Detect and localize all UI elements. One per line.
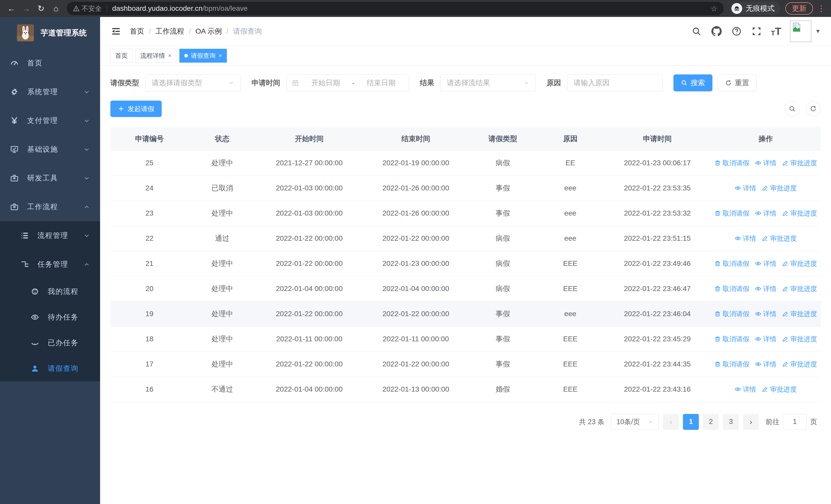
progress-action-link[interactable]: 审批进度 bbox=[782, 209, 817, 218]
sidebar-collapse-icon[interactable] bbox=[110, 26, 122, 37]
search-button[interactable]: 搜索 bbox=[674, 75, 712, 91]
result-label: 结果 bbox=[420, 78, 434, 88]
detail-action-link[interactable]: 详情 bbox=[755, 284, 776, 293]
search-icon[interactable] bbox=[691, 26, 702, 37]
prev-page-button[interactable]: ‹ bbox=[663, 414, 679, 430]
create-leave-button[interactable]: 发起请假 bbox=[110, 100, 162, 117]
cancel-action-link[interactable]: 取消请假 bbox=[714, 259, 749, 268]
tab-0[interactable]: 首页 bbox=[110, 49, 133, 63]
sidebar-item-0[interactable]: 首页 bbox=[0, 49, 100, 78]
reset-button[interactable]: 重置 bbox=[718, 75, 756, 91]
sidebar-item-11[interactable]: 请假查询 bbox=[0, 356, 100, 381]
pen-icon bbox=[782, 310, 789, 317]
chevron-up-icon bbox=[83, 203, 90, 210]
cancel-action-link[interactable]: 取消请假 bbox=[714, 309, 749, 319]
detail-action-link[interactable]: 详情 bbox=[755, 309, 776, 319]
action-label: 审批进度 bbox=[770, 234, 797, 243]
detail-action-link[interactable]: 详情 bbox=[755, 158, 776, 168]
sidebar-logo-row[interactable]: 芋道管理系统 bbox=[0, 17, 100, 49]
sidebar-item-10[interactable]: 已办任务 bbox=[0, 330, 100, 356]
progress-action-link[interactable]: 审批进度 bbox=[782, 309, 817, 319]
breadcrumb-item-0[interactable]: 首页 bbox=[130, 26, 144, 36]
reason-input[interactable]: 请输入原因 bbox=[567, 75, 663, 91]
goto-page-input[interactable]: 1 bbox=[783, 414, 807, 430]
detail-action-link[interactable]: 详情 bbox=[755, 209, 776, 218]
bookmark-star-icon[interactable]: ☆ bbox=[711, 4, 718, 13]
cell-reason: EEE bbox=[537, 377, 604, 402]
page-button-1[interactable]: 1 bbox=[683, 414, 699, 430]
browser-update-button[interactable]: 更新 bbox=[785, 2, 813, 14]
cell-reason: EEE bbox=[537, 326, 604, 352]
sidebar-item-5[interactable]: 工作流程 bbox=[0, 192, 100, 221]
tab-2[interactable]: 请假查询× bbox=[179, 49, 227, 63]
sidebar-item-6[interactable]: 流程管理 bbox=[0, 221, 100, 250]
cancel-action-link[interactable]: 取消请假 bbox=[714, 209, 749, 218]
tab-close-icon[interactable]: × bbox=[219, 52, 222, 59]
browser-forward-button[interactable]: → bbox=[20, 2, 33, 15]
github-icon[interactable] bbox=[711, 26, 722, 37]
page-button-3[interactable]: 3 bbox=[723, 414, 739, 430]
sidebar-item-2[interactable]: 支付管理 bbox=[0, 106, 100, 135]
tab-1[interactable]: 流程详情× bbox=[136, 49, 176, 63]
chevron-down-icon bbox=[228, 80, 234, 86]
cell-actions: 取消请假详情审批进度 bbox=[711, 201, 821, 226]
result-select[interactable]: 请选择流结果 bbox=[440, 75, 536, 91]
breadcrumb-item-2[interactable]: OA 示例 bbox=[196, 26, 222, 36]
help-icon[interactable] bbox=[731, 26, 742, 37]
font-size-icon[interactable]: TT bbox=[771, 26, 781, 36]
cell-actions: 详情审批进度 bbox=[711, 176, 821, 201]
progress-action-link[interactable]: 审批进度 bbox=[762, 184, 797, 193]
detail-action-link[interactable]: 详情 bbox=[735, 184, 756, 193]
trash-icon bbox=[714, 260, 721, 267]
breadcrumb-item-1[interactable]: 工作流程 bbox=[155, 26, 184, 36]
column-header-4: 请假类型 bbox=[469, 127, 537, 150]
progress-action-link[interactable]: 审批进度 bbox=[782, 158, 817, 168]
browser-back-button[interactable]: ← bbox=[5, 2, 18, 15]
cell-actions: 取消请假详情审批进度 bbox=[711, 352, 821, 377]
cancel-action-link[interactable]: 取消请假 bbox=[714, 158, 749, 168]
next-page-button[interactable]: › bbox=[743, 414, 759, 430]
date-end-input[interactable]: 结束日期 bbox=[359, 78, 404, 88]
cell-apply: 2022-01-22 23:49:46 bbox=[604, 251, 711, 276]
browser-reload-button[interactable]: ↻ bbox=[34, 2, 48, 15]
address-bar[interactable]: 不安全 dashboard.yudao.iocoder.cn/bpm/oa/le… bbox=[67, 2, 724, 15]
trash-icon bbox=[714, 310, 721, 317]
progress-action-link[interactable]: 审批进度 bbox=[782, 259, 817, 268]
progress-action-link[interactable]: 审批进度 bbox=[782, 360, 817, 369]
tab-close-icon[interactable]: × bbox=[168, 52, 171, 59]
detail-action-link[interactable]: 详情 bbox=[755, 360, 776, 369]
progress-action-link[interactable]: 审批进度 bbox=[782, 335, 817, 344]
action-label: 取消请假 bbox=[722, 209, 749, 218]
user-avatar-menu[interactable]: ▼ bbox=[790, 21, 821, 42]
progress-action-link[interactable]: 审批进度 bbox=[782, 284, 817, 293]
page-size-select[interactable]: 10条/页 bbox=[611, 414, 659, 430]
sidebar-item-7[interactable]: 任务管理 bbox=[0, 250, 100, 279]
user-icon bbox=[30, 364, 39, 373]
browser-home-button[interactable]: ⌂ bbox=[49, 2, 63, 15]
cell-end: 2022-01-13 00:00:00 bbox=[363, 377, 469, 402]
detail-action-link[interactable]: 详情 bbox=[755, 335, 776, 344]
page-button-2[interactable]: 2 bbox=[703, 414, 719, 430]
sidebar-item-9[interactable]: 待办任务 bbox=[0, 304, 100, 330]
fullscreen-icon[interactable] bbox=[751, 26, 762, 37]
sidebar-item-3[interactable]: 基础设施 bbox=[0, 135, 100, 164]
cancel-action-link[interactable]: 取消请假 bbox=[714, 360, 749, 369]
date-start-input[interactable]: 开始日期 bbox=[303, 78, 348, 88]
browser-menu-icon[interactable]: ⋮ bbox=[816, 4, 826, 13]
progress-action-link[interactable]: 审批进度 bbox=[762, 385, 797, 394]
detail-action-link[interactable]: 详情 bbox=[735, 385, 756, 394]
leave-type-select[interactable]: 请选择请假类型 bbox=[145, 75, 241, 91]
detail-action-link[interactable]: 详情 bbox=[755, 259, 776, 268]
cell-start: 2022-01-04 00:00:00 bbox=[256, 377, 362, 402]
apply-time-range-picker[interactable]: 开始日期 - 结束日期 bbox=[286, 75, 409, 91]
progress-action-link[interactable]: 审批进度 bbox=[762, 234, 797, 243]
sidebar-item-8[interactable]: 我的流程 bbox=[0, 279, 100, 304]
sidebar-item-1[interactable]: 系统管理 bbox=[0, 78, 100, 106]
refresh-table-button[interactable] bbox=[806, 101, 821, 116]
cancel-action-link[interactable]: 取消请假 bbox=[714, 284, 749, 293]
security-warning[interactable]: 不安全 bbox=[73, 4, 102, 13]
toggle-search-button[interactable] bbox=[785, 101, 800, 116]
detail-action-link[interactable]: 详情 bbox=[735, 234, 756, 243]
sidebar-item-4[interactable]: 研发工具 bbox=[0, 164, 100, 192]
cancel-action-link[interactable]: 取消请假 bbox=[714, 335, 749, 344]
